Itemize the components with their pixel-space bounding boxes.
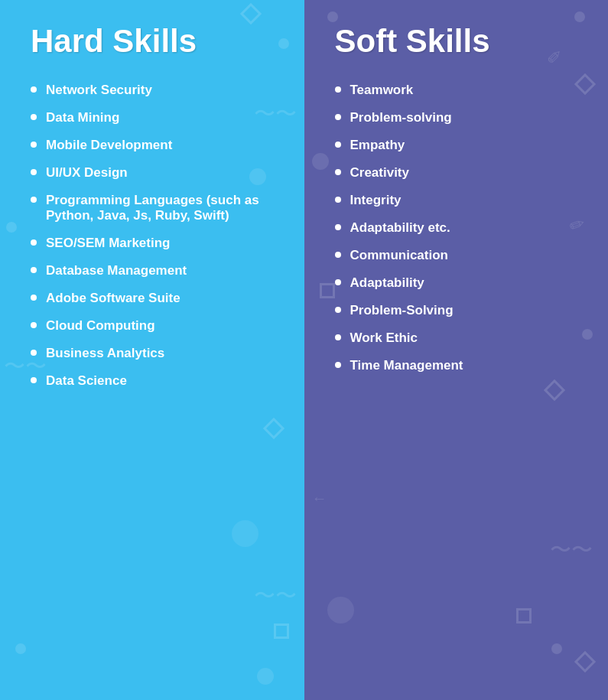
bullet-icon (335, 334, 341, 340)
hard-skill-item: Network Security (31, 83, 281, 98)
deco-arrow-1: ← (312, 490, 327, 507)
skill-text: Time Management (350, 358, 463, 373)
skill-text: Data Mining (46, 110, 119, 125)
hard-skills-title: Hard Skills (31, 23, 281, 60)
soft-skill-item: Teamwork (335, 83, 586, 98)
bullet-icon (335, 114, 341, 120)
bullet-icon (335, 142, 341, 148)
bullet-icon (31, 86, 37, 93)
skill-text: Network Security (46, 83, 152, 98)
deco-r-square-2 (516, 608, 532, 623)
deco-wave-2: 〜〜 (4, 352, 47, 381)
skill-text: Integrity (350, 193, 402, 208)
skill-text: Problem-solving (350, 110, 452, 125)
skill-text: Adaptability (350, 275, 424, 291)
soft-skill-item: Problem-solving (335, 110, 586, 125)
skill-text: Cloud Computing (46, 318, 155, 334)
bullet-icon (335, 307, 341, 313)
deco-diamond-2 (262, 418, 284, 439)
hard-skill-item: UI/UX Design (31, 165, 281, 181)
hard-skill-item: Mobile Development (31, 138, 281, 153)
deco-circle-2 (249, 168, 266, 185)
soft-skill-item: Empathy (335, 138, 586, 153)
soft-skill-item: Adaptability (335, 275, 586, 291)
skill-text: Adobe Software Suite (46, 291, 180, 306)
hard-skill-item: Business Analytics (31, 346, 281, 361)
bullet-icon (31, 267, 37, 273)
deco-circle-5 (15, 643, 26, 654)
bullet-icon (31, 295, 37, 301)
deco-r-circle-5 (327, 597, 354, 623)
hard-skill-item: Cloud Computing (31, 318, 281, 334)
hard-skill-item: SEO/SEM Marketing (31, 236, 281, 251)
skill-text: Problem-Solving (350, 303, 454, 318)
bullet-icon (31, 114, 37, 120)
deco-wave-1: 〜〜 (254, 99, 297, 129)
bullet-icon (335, 197, 341, 203)
hard-skill-item: Adobe Software Suite (31, 291, 281, 306)
soft-skill-item: Time Management (335, 358, 586, 373)
bullet-icon (335, 86, 341, 93)
skill-text: Programming Languages (such as Python, J… (46, 193, 281, 223)
skill-text: Communication (350, 248, 448, 263)
bullet-icon (31, 169, 37, 175)
soft-skill-item: Work Ethic (335, 330, 586, 346)
skill-text: Empathy (350, 138, 405, 153)
skill-text: Business Analytics (46, 346, 164, 361)
bullet-icon (31, 197, 37, 203)
skill-text: Database Management (46, 263, 187, 278)
bullet-icon (31, 322, 37, 328)
skill-text: UI/UX Design (46, 165, 128, 181)
bullet-icon (335, 169, 341, 175)
deco-circle-4 (232, 520, 258, 547)
deco-r-wave-1: 〜〜 (550, 536, 593, 565)
deco-r-circle-4 (582, 329, 593, 340)
hard-skill-item: Data Science (31, 373, 281, 389)
soft-skill-item: Problem-Solving (335, 303, 586, 318)
deco-square-1 (274, 623, 289, 639)
bullet-icon (335, 362, 341, 368)
soft-skill-item: Communication (335, 248, 586, 263)
soft-skills-list: TeamworkProblem-solvingEmpathyCreativity… (335, 83, 586, 373)
bullet-icon (31, 142, 37, 148)
deco-r-circle-2 (574, 11, 585, 22)
deco-circle-1 (278, 38, 289, 49)
hard-skill-item: Database Management (31, 263, 281, 278)
soft-skill-item: Adaptability etc. (335, 220, 586, 236)
soft-skills-panel: ✏ ✏ ← 〜〜 Soft Skills TeamworkProblem-sol… (304, 0, 609, 700)
soft-skill-item: Integrity (335, 193, 586, 208)
bullet-icon (335, 279, 341, 285)
skill-text: Creativity (350, 165, 409, 181)
deco-r-circle-1 (327, 11, 338, 22)
deco-r-diamond-2 (544, 379, 565, 401)
bullet-icon (31, 239, 37, 246)
skill-text: Mobile Development (46, 138, 172, 153)
soft-skill-item: Creativity (335, 165, 586, 181)
hard-skill-item: Programming Languages (such as Python, J… (31, 193, 281, 223)
deco-circle-6 (257, 668, 274, 685)
deco-diamond-1 (239, 3, 261, 24)
skill-text: SEO/SEM Marketing (46, 236, 170, 251)
deco-wave-3: 〜〜 (254, 581, 297, 610)
deco-r-square-1 (320, 283, 335, 298)
skill-text: Data Science (46, 373, 127, 389)
skill-text: Work Ethic (350, 330, 418, 346)
bullet-icon (335, 252, 341, 258)
skill-text: Adaptability etc. (350, 220, 450, 236)
deco-r-diamond-3 (574, 651, 596, 672)
hard-skills-list: Network SecurityData MiningMobile Develo… (31, 83, 281, 389)
deco-r-circle-3 (312, 153, 329, 170)
skill-text: Teamwork (350, 83, 414, 98)
deco-r-circle-6 (551, 643, 562, 654)
deco-circle-3 (6, 222, 17, 233)
bullet-icon (335, 224, 341, 230)
hard-skills-panel: 〜〜 〜〜 〜〜 Hard Skills Network SecurityDat… (0, 0, 304, 700)
hard-skill-item: Data Mining (31, 110, 281, 125)
